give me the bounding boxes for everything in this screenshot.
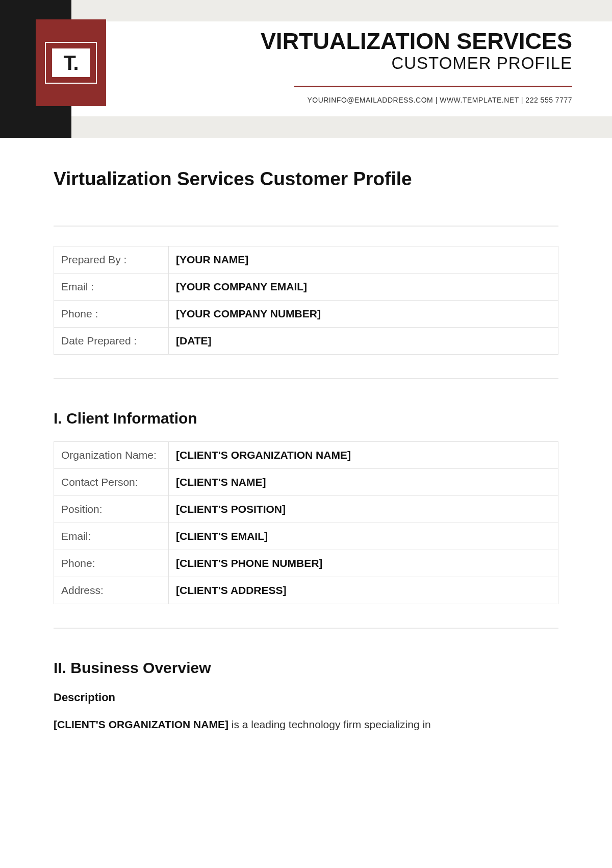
cell-label: Address:: [54, 577, 169, 604]
cell-label: Contact Person:: [54, 469, 169, 496]
cell-label: Position:: [54, 496, 169, 523]
top-band-bottom: [0, 116, 612, 138]
table-row: Email : [YOUR COMPANY EMAIL]: [54, 274, 558, 301]
table-row: Date Prepared : [DATE]: [54, 328, 558, 355]
body-bold-placeholder: [CLIENT'S ORGANIZATION NAME]: [54, 718, 228, 730]
table-row: Prepared By : [YOUR NAME]: [54, 246, 558, 274]
cell-label: Phone:: [54, 550, 169, 577]
table-row: Phone: [CLIENT'S PHONE NUMBER]: [54, 550, 558, 577]
cell-value: [CLIENT'S ADDRESS]: [169, 577, 558, 604]
table-row: Phone : [YOUR COMPANY NUMBER]: [54, 301, 558, 328]
cell-value: [DATE]: [169, 328, 558, 355]
table-row: Organization Name: [CLIENT'S ORGANIZATIO…: [54, 442, 558, 469]
cell-label: Phone :: [54, 301, 169, 328]
table-row: Address: [CLIENT'S ADDRESS]: [54, 577, 558, 604]
document-body: Virtualization Services Customer Profile…: [54, 168, 558, 734]
top-band: [0, 0, 612, 21]
divider: [54, 378, 558, 379]
section-2-subheading: Description: [54, 691, 558, 704]
cell-value: [YOUR COMPANY EMAIL]: [169, 274, 558, 301]
header-title-line2: CUSTOMER PROFILE: [261, 54, 572, 73]
client-info-table: Organization Name: [CLIENT'S ORGANIZATIO…: [54, 441, 558, 604]
section-2-heading: II. Business Overview: [54, 659, 558, 677]
cell-label: Prepared By :: [54, 246, 169, 274]
body-text-rest: is a leading technology firm specializin…: [228, 718, 431, 730]
header-title-line1: VIRTUALIZATION SERVICES: [261, 28, 572, 55]
cell-value: [CLIENT'S PHONE NUMBER]: [169, 550, 558, 577]
divider: [54, 226, 558, 227]
cell-value: [CLIENT'S NAME]: [169, 469, 558, 496]
header-contact-info: YOURINFO@EMAILADDRESS.COM | WWW.TEMPLATE…: [307, 96, 572, 104]
cell-label: Email:: [54, 523, 169, 550]
cell-label: Email :: [54, 274, 169, 301]
cell-value: [CLIENT'S ORGANIZATION NAME]: [169, 442, 558, 469]
header-divider: [294, 86, 572, 87]
cell-value: [CLIENT'S POSITION]: [169, 496, 558, 523]
cell-value: [CLIENT'S EMAIL]: [169, 523, 558, 550]
logo-text: T.: [63, 52, 78, 75]
document-title: Virtualization Services Customer Profile: [54, 168, 558, 190]
section-1-heading: I. Client Information: [54, 410, 558, 427]
logo-frame: T.: [45, 42, 97, 84]
section-2-body: [CLIENT'S ORGANIZATION NAME] is a leadin…: [54, 715, 558, 734]
table-row: Position: [CLIENT'S POSITION]: [54, 496, 558, 523]
cell-label: Date Prepared :: [54, 328, 169, 355]
table-row: Contact Person: [CLIENT'S NAME]: [54, 469, 558, 496]
header-block: VIRTUALIZATION SERVICES CUSTOMER PROFILE: [261, 28, 572, 73]
divider: [54, 628, 558, 629]
cell-label: Organization Name:: [54, 442, 169, 469]
cell-value: [YOUR COMPANY NUMBER]: [169, 301, 558, 328]
cell-value: [YOUR NAME]: [169, 246, 558, 274]
table-row: Email: [CLIENT'S EMAIL]: [54, 523, 558, 550]
logo-badge: T.: [52, 48, 90, 77]
prepared-by-table: Prepared By : [YOUR NAME] Email : [YOUR …: [54, 246, 558, 355]
